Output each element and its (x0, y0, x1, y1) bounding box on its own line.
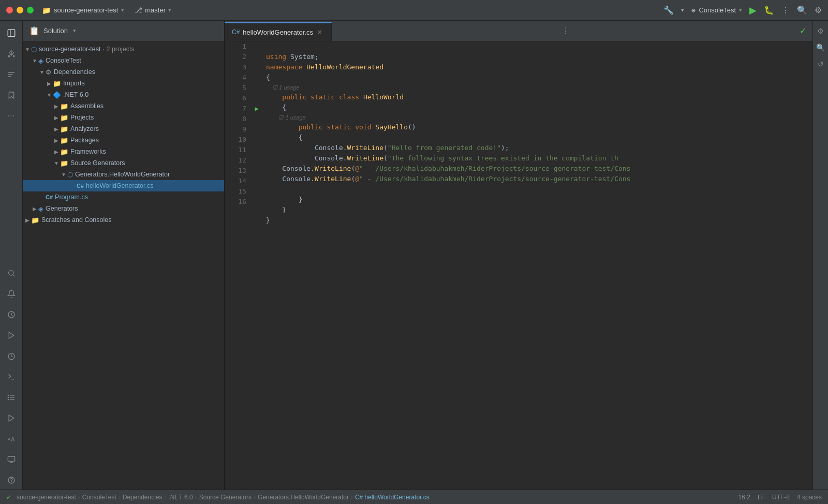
tree-item-consoletest[interactable]: ▼ ◈ ConsoleTest (23, 55, 224, 66)
help-button[interactable] (2, 471, 21, 490)
tree-label: Generators.HelloWorldGenerator (75, 171, 170, 178)
deploy-button[interactable] (2, 409, 21, 427)
tree-item-dependencies[interactable]: ▼ ⚙ Dependencies (23, 66, 224, 78)
line-num-9: 9 (225, 124, 246, 135)
find-button[interactable] (2, 264, 21, 283)
more-tools-button[interactable]: ··· (2, 107, 21, 125)
tree-item-generators-hello[interactable]: ▼ ⬡ Generators.HelloWorldGenerator (23, 169, 224, 180)
line-num-12: 12 (225, 155, 246, 166)
chevron-down-icon: ▼ (31, 57, 38, 64)
settings-icon[interactable]: ⚙ (815, 5, 822, 15)
right-bar-icon-3[interactable]: ↺ (815, 58, 827, 70)
tree-label: Assemblies (70, 102, 103, 110)
tree-item-source-generators[interactable]: ▼ 📁 Source Generators (23, 157, 224, 169)
branch-name: master (145, 6, 166, 14)
solution-icon: 📋 (29, 26, 39, 36)
right-bar-icon-1[interactable]: ⚙ (815, 25, 827, 37)
breadcrumb-item[interactable]: C# helloWorldGenerator.cs (355, 494, 430, 501)
branch-selector[interactable]: ⎇ master ▾ (135, 6, 171, 14)
structure-button[interactable] (2, 65, 21, 84)
terminal-button[interactable] (2, 367, 21, 386)
bookmarks-button[interactable] (2, 86, 21, 105)
tab-helloworldgenerator[interactable]: C# helloWorldGenerator.cs ✕ (225, 22, 332, 41)
run-line-button[interactable]: ▶ (252, 103, 262, 114)
project-icon: ◈ (38, 57, 43, 65)
more-button[interactable]: ⋮ (781, 5, 790, 15)
code-content[interactable]: using System;namespace HelloWorldGenerat… (262, 41, 812, 490)
sidebar-chevron-icon[interactable]: ▾ (73, 27, 76, 34)
tab-label: helloWorldGenerator.cs (243, 28, 313, 36)
tree-item-net6[interactable]: ▼ 🔷 .NET 6.0 (23, 89, 224, 100)
tab-more-button[interactable]: ⋮ (555, 26, 576, 36)
tree-item-helloworldgenerator-cs[interactable]: ▶ C# helloWorldGenerator.cs (23, 180, 224, 191)
list-button[interactable] (2, 388, 21, 407)
line-num-14: 14 (225, 176, 246, 186)
project-selector[interactable]: 📁 source-generator-test ▾ (42, 6, 124, 14)
run-config[interactable]: ⎈ ConsoleTest ▾ (691, 6, 742, 14)
code-line-3: namespace HelloWorldGenerated (266, 62, 812, 72)
tree-item-analyzers[interactable]: ▶ 📁 Analyzers (23, 123, 224, 135)
tree-item-projects[interactable]: ▶ 📁 Projects (23, 112, 224, 123)
tab-close-button[interactable]: ✕ (316, 28, 323, 37)
sidebar-toggle-button[interactable] (2, 24, 21, 42)
chevron-right-icon: ▶ (53, 114, 60, 121)
minimize-button[interactable] (17, 7, 23, 13)
svg-text:A: A (11, 436, 15, 442)
tree-item-packages[interactable]: ▶ 📁 Packages (23, 135, 224, 146)
maximize-button[interactable] (27, 7, 34, 13)
line-num-4: 4 (225, 72, 246, 83)
breadcrumb-item[interactable]: Source Generators (199, 494, 252, 501)
tree-label: ConsoleTest (46, 57, 81, 64)
breadcrumb-item[interactable]: source-generator-test (17, 494, 76, 501)
status-line-sep[interactable]: LF (758, 494, 765, 501)
tree-item-assemblies[interactable]: ▶ 📁 Assemblies (23, 100, 224, 112)
chevron-right-icon: ▶ (46, 80, 53, 87)
tree-item-root[interactable]: ▼ ⬡ source-generator-test · 2 projects (23, 43, 224, 55)
code-line-5: public static class HelloWorld (266, 92, 812, 102)
run-button[interactable]: ▶ (749, 5, 757, 16)
line-num-11: 11 (225, 145, 246, 155)
tree-label: Analyzers (70, 125, 99, 132)
search-button[interactable]: 🔍 (797, 5, 807, 15)
tree-item-frameworks[interactable]: ▶ 📁 Frameworks (23, 146, 224, 157)
code-hint: ☑ 1 usage (266, 113, 812, 122)
status-position[interactable]: 16:2 (738, 494, 750, 501)
breadcrumb-item[interactable]: Generators.HelloWorldGenerator (258, 494, 349, 501)
framework-icon: 🔷 (53, 91, 61, 99)
breadcrumb-item[interactable]: .NET 6.0 (169, 494, 193, 501)
status-indent[interactable]: 4 spaces (797, 494, 822, 501)
chevron-down-icon: ▼ (24, 46, 31, 53)
monitor-button[interactable] (2, 450, 21, 469)
line-num-16: 16 (225, 197, 246, 207)
git-button[interactable] (2, 45, 21, 63)
history-button[interactable] (2, 305, 21, 324)
svg-text:A: A (8, 437, 11, 441)
code-line-6: { (266, 102, 812, 113)
debug-button[interactable]: 🐛 (764, 5, 774, 15)
tree-label: Imports (63, 80, 85, 87)
tree-meta: · 2 projects (103, 46, 135, 53)
toolbar-icon[interactable]: 🔧 (663, 5, 674, 15)
status-encoding[interactable]: UTF-8 (772, 494, 790, 501)
font-size-button[interactable]: AA (2, 429, 21, 448)
editor-area: C# helloWorldGenerator.cs ✕ ⋮ ✓ 1 2 3 4 … (225, 21, 812, 490)
svg-point-12 (8, 397, 8, 397)
close-button[interactable] (6, 7, 13, 13)
notifications-button[interactable] (2, 285, 21, 303)
tree-item-scratches[interactable]: ▶ 📁 Scratches and Consoles (23, 214, 224, 226)
breadcrumb-item[interactable]: ConsoleTest (82, 494, 116, 501)
tree-item-program-cs[interactable]: ▶ C# Program.cs (23, 191, 224, 203)
chevron-right-icon: ▶ (53, 125, 60, 132)
line-num-6: 6 (225, 93, 246, 103)
breadcrumb-item[interactable]: Dependencies (123, 494, 162, 501)
chevron-right-icon: ▶ (24, 216, 31, 224)
code-editor[interactable]: 1 2 3 4 5 6 7 8 9 10 11 12 13 14 15 16 (225, 41, 812, 490)
run-tools-button[interactable] (2, 326, 21, 345)
right-bar-icon-2[interactable]: 🔍 (815, 41, 827, 54)
line-num-10: 10 (225, 135, 246, 145)
tree-item-imports[interactable]: ▶ 📁 Imports (23, 78, 224, 89)
status-right: 16:2 LF UTF-8 4 spaces (738, 494, 822, 501)
toolbar-chevron-icon[interactable]: ▾ (681, 7, 684, 13)
debug-tools-button[interactable] (2, 347, 21, 365)
tree-item-generators[interactable]: ▶ ◈ Generators (23, 203, 224, 214)
